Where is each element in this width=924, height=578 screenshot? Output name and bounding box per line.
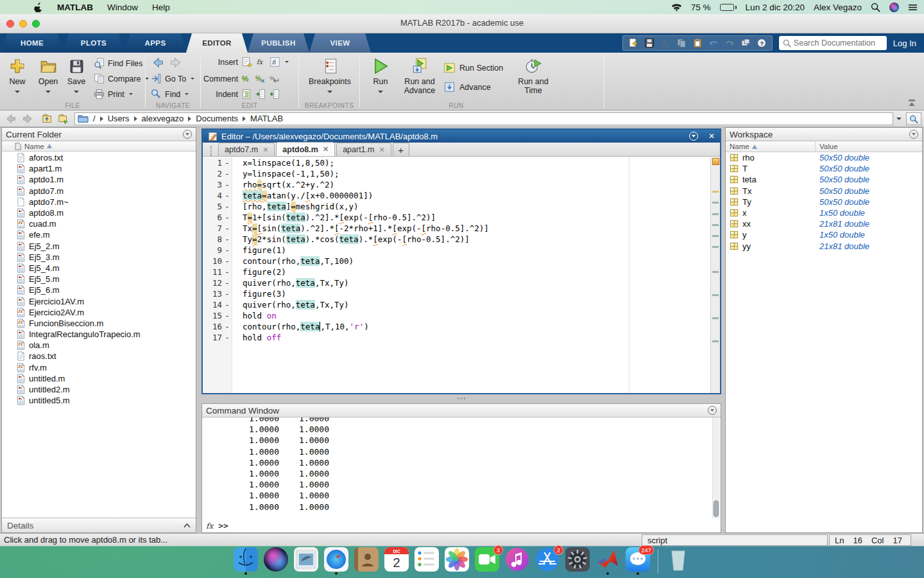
line-number[interactable]: 2 <box>203 169 222 179</box>
breakpoint-gutter[interactable]: - <box>222 289 232 299</box>
workspace-variable-row[interactable]: x 1x50 double <box>726 207 922 218</box>
qa-paste-icon[interactable] <box>692 38 703 48</box>
wrap-comments-icon[interactable]: % <box>270 73 280 84</box>
run-and-advance-button[interactable]: Run and Advance <box>400 57 440 96</box>
command-window-header[interactable]: Command Window <box>202 404 721 417</box>
dock-item-safari[interactable] <box>323 547 349 575</box>
analyzer-tick[interactable] <box>712 340 719 342</box>
comment-icon[interactable]: % <box>241 73 252 84</box>
navigate-back-icon[interactable] <box>152 57 164 69</box>
notification-center-icon[interactable] <box>908 3 918 12</box>
current-folder-header[interactable]: Current Folder <box>2 128 196 141</box>
path-dropdown[interactable] <box>893 118 905 120</box>
workspace-variable-row[interactable]: xx 21x81 double <box>726 218 922 229</box>
file-row[interactable]: efe.m <box>2 229 196 240</box>
code-line[interactable]: 10 - contour(rho,teta,T,100) <box>203 256 720 267</box>
workspace-header[interactable]: Workspace <box>726 128 922 141</box>
workspace-column-headers[interactable]: Name Value <box>726 141 922 152</box>
workspace-variable-row[interactable]: yy 21x81 double <box>726 241 922 252</box>
uncomment-icon[interactable]: %✕ <box>255 73 266 84</box>
code-line[interactable]: 17 - hold off <box>203 332 720 343</box>
analyzer-tick[interactable] <box>712 271 719 273</box>
goto-button[interactable]: Go To <box>151 73 194 84</box>
breakpoint-gutter[interactable]: - <box>222 158 232 168</box>
line-number[interactable]: 7 <box>203 223 222 233</box>
close-tab-icon[interactable]: ✕ <box>323 145 329 153</box>
analyzer-tick[interactable] <box>712 246 719 248</box>
print-button[interactable]: Print <box>94 89 133 100</box>
file-row[interactable]: Ejercicio1AV.m <box>2 295 196 306</box>
apple-menu-icon[interactable] <box>33 2 43 13</box>
workspace-variable-row[interactable]: y 1x50 double <box>726 229 922 240</box>
analyzer-tick[interactable] <box>712 202 719 204</box>
line-number[interactable]: 8 <box>203 234 222 244</box>
dock-item-contacts[interactable] <box>354 547 379 575</box>
line-number[interactable]: 15 <box>203 311 222 320</box>
dock-item-facetime[interactable]: 3 <box>474 547 500 575</box>
file-row[interactable]: aptdo1.m <box>2 174 196 185</box>
close-tab-icon[interactable]: ✕ <box>379 146 384 154</box>
ribbon-tab-view[interactable]: VIEW <box>309 33 371 53</box>
dock-item-system-preferences[interactable] <box>565 547 590 575</box>
forward-icon[interactable] <box>22 113 33 125</box>
command-window-menu-icon[interactable] <box>708 406 717 415</box>
line-number[interactable]: 4 <box>203 191 222 200</box>
line-number[interactable]: 9 <box>203 245 222 255</box>
ribbon-tab-apps[interactable]: APPS <box>124 33 186 53</box>
dock-item-finder[interactable] <box>233 547 259 575</box>
ribbon-tab-plots[interactable]: PLOTS <box>63 33 124 53</box>
line-number[interactable]: 17 <box>203 333 222 342</box>
breakpoint-gutter[interactable]: - <box>222 278 232 288</box>
file-row[interactable]: aptdo7.m <box>2 186 196 197</box>
editor-command-splitter[interactable] <box>201 396 721 401</box>
file-row[interactable]: untitled2.m <box>2 384 196 395</box>
find-button[interactable]: Find <box>151 89 189 100</box>
dock-item-appstore[interactable]: 2 <box>535 547 560 575</box>
breakpoint-gutter[interactable]: - <box>222 300 232 310</box>
line-number[interactable]: 5 <box>203 202 222 211</box>
insert-function-icon[interactable]: fx <box>255 57 266 67</box>
minimize-toolstrip-button[interactable] <box>906 98 918 107</box>
file-row[interactable]: Ej5_3.m <box>2 252 196 263</box>
analyzer-tick[interactable] <box>712 191 719 193</box>
file-row[interactable]: Ej5_5.m <box>2 274 196 285</box>
workspace-variable-row[interactable]: Ty 50x50 double <box>726 197 922 207</box>
analyzer-tick[interactable] <box>712 294 719 296</box>
workspace-menu-icon[interactable] <box>909 130 918 139</box>
login-link[interactable]: Log In <box>893 39 916 48</box>
menu-clock[interactable]: Lun 2 dic 20:20 <box>746 3 805 12</box>
code-line[interactable]: 6 - T=1+[sin(teta).^2].*[exp(-[rho-0.5].… <box>203 212 720 223</box>
open-button[interactable]: Open <box>33 57 63 95</box>
search-folder-button[interactable] <box>906 112 921 125</box>
breakpoint-gutter[interactable]: - <box>222 213 232 222</box>
breadcrumb-segment[interactable]: / <box>93 114 96 123</box>
breadcrumb-segment[interactable]: alexvegazo <box>142 114 184 123</box>
analyzer-tick[interactable] <box>712 213 719 215</box>
ribbon-tab-publish[interactable]: PUBLISH <box>248 33 309 53</box>
code-analyzer-bar[interactable] <box>710 157 720 393</box>
qa-help-icon[interactable]: ? <box>757 38 767 48</box>
qa-save-icon[interactable] <box>644 38 654 48</box>
code-line[interactable]: 16 - contour(rho,teta,T,10,'r') <box>203 321 720 332</box>
file-row[interactable]: aforos.txt <box>2 152 196 163</box>
file-row[interactable]: fx cuad.m <box>2 218 196 229</box>
breakpoints-button[interactable]: Breakpoints <box>304 57 355 95</box>
file-row[interactable]: Ej5_2.m <box>2 241 196 252</box>
code-line[interactable]: 4 - teta=atan(y./[x+0.0000001]) <box>203 190 720 201</box>
code-line[interactable]: 11 - figure(2) <box>203 267 720 277</box>
editor-tab-aptdo7.m[interactable]: aptdo7.m✕ <box>218 143 275 156</box>
code-line[interactable]: 5 - [rho,teta]=meshgrid(x,y) <box>203 201 720 212</box>
workspace-variable-row[interactable]: rho 50x50 double <box>726 152 922 163</box>
editor-close-icon[interactable]: ✕ <box>708 132 715 141</box>
line-number[interactable]: 13 <box>203 289 222 299</box>
code-line[interactable]: 2 - y=linspace(-1,1,50); <box>203 168 720 179</box>
wifi-icon[interactable] <box>671 3 682 12</box>
line-number[interactable]: 6 <box>203 213 222 222</box>
breakpoint-gutter[interactable]: - <box>222 191 232 200</box>
line-number[interactable]: 1 <box>203 158 222 168</box>
indent-left-icon[interactable] <box>270 89 280 100</box>
save-button[interactable]: Save <box>62 57 91 95</box>
editor-tab-apart1.m[interactable]: apart1.m✕ <box>336 143 391 156</box>
ribbon-tab-home[interactable]: HOME <box>1 33 63 53</box>
breakpoint-gutter[interactable]: - <box>222 202 232 211</box>
